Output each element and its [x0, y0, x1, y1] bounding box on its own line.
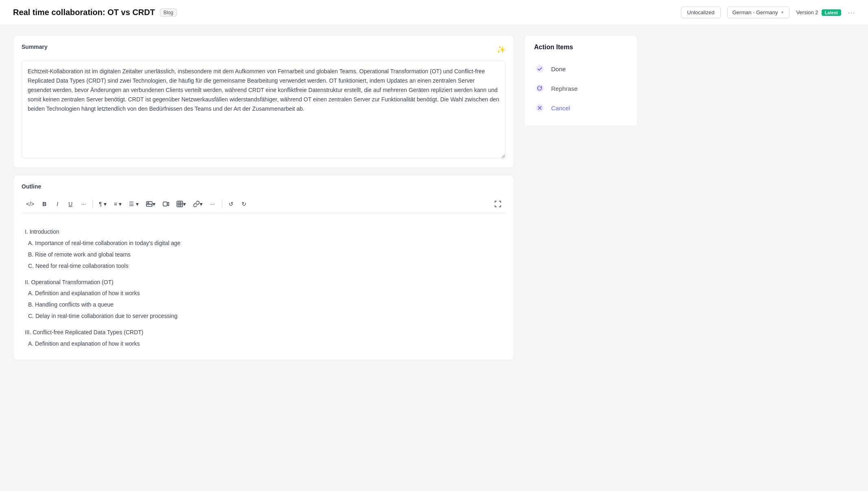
- undo-button[interactable]: ↺: [225, 199, 237, 209]
- outline-card: Outline </> B I U ··· ¶ ▾ ≡ ▾ ☰ ▾ ▾: [13, 175, 514, 360]
- done-label: Done: [551, 66, 566, 72]
- cancel-icon: [534, 102, 545, 114]
- summary-title: Summary: [22, 44, 48, 50]
- cancel-label: Cancel: [551, 105, 570, 112]
- outline-item-IIB: B. Handling conflicts with a queue: [25, 300, 502, 310]
- action-items-title: Action Items: [534, 44, 628, 51]
- fullscreen-button[interactable]: [492, 199, 504, 209]
- toolbar-divider-2: [222, 200, 222, 208]
- summary-card: Summary ✨: [13, 35, 514, 168]
- latest-badge: Latest: [822, 9, 841, 16]
- language-label: German - Germany: [733, 9, 778, 15]
- svg-point-8: [536, 65, 544, 73]
- svg-point-9: [536, 84, 544, 92]
- more-text-button[interactable]: ···: [78, 199, 89, 209]
- svg-rect-3: [177, 201, 183, 207]
- editor-toolbar: </> B I U ··· ¶ ▾ ≡ ▾ ☰ ▾ ▾: [22, 195, 506, 213]
- redo-button[interactable]: ↻: [238, 199, 250, 209]
- outline-item-IIA: A. Definition and explanation of how it …: [25, 288, 502, 299]
- code-button[interactable]: </>: [23, 199, 37, 209]
- language-selector[interactable]: German - Germany ▼: [727, 7, 790, 18]
- video-button[interactable]: [160, 199, 172, 209]
- link-button[interactable]: ▾: [190, 199, 205, 209]
- rephrase-icon: [534, 83, 545, 94]
- header-right: Unlocalized German - Germany ▼ Version 2…: [681, 7, 855, 18]
- more-options-button[interactable]: ···: [207, 199, 218, 209]
- version-info: Version 2 Latest: [796, 9, 841, 16]
- done-icon: [534, 63, 545, 75]
- outline-item-II: II. Operational Transformation (OT): [25, 277, 502, 288]
- svg-rect-2: [163, 202, 167, 206]
- action-items-card: Action Items Done: [524, 35, 638, 126]
- outline-content: I. Introduction A. Importance of real-ti…: [22, 219, 506, 352]
- summary-header: Summary ✨: [22, 44, 506, 56]
- action-item-done[interactable]: Done: [534, 59, 628, 79]
- paragraph-button[interactable]: ¶ ▾: [96, 199, 109, 209]
- underline-button[interactable]: U: [65, 199, 76, 209]
- header-left: Real time collaboration: OT vs CRDT Blog: [13, 8, 177, 17]
- toolbar-divider-1: [92, 200, 93, 208]
- page-title: Real time collaboration: OT vs CRDT: [13, 8, 155, 17]
- version-label: Version 2: [796, 9, 818, 15]
- left-column: Summary ✨ Outline </> B I U ··· ¶ ▾ ≡ ▾ …: [13, 35, 514, 360]
- outline-item-IB: B. Rise of remote work and global teams: [25, 250, 502, 260]
- header: Real time collaboration: OT vs CRDT Blog…: [0, 0, 868, 25]
- align-button[interactable]: ≡ ▾: [111, 199, 124, 209]
- main-content: Summary ✨ Outline </> B I U ··· ¶ ▾ ≡ ▾ …: [0, 25, 651, 370]
- summary-textarea[interactable]: [22, 61, 506, 158]
- outline-item-III: III. Conflict-free Replicated Data Types…: [25, 327, 502, 338]
- right-column: Action Items Done: [524, 35, 638, 360]
- italic-button[interactable]: I: [52, 199, 63, 209]
- rephrase-label: Rephrase: [551, 85, 578, 92]
- list-button[interactable]: ☰ ▾: [126, 199, 142, 209]
- outline-item-IIC: C. Delay in real-time collaboration due …: [25, 311, 502, 322]
- image-button[interactable]: ▾: [143, 199, 158, 209]
- action-item-rephrase[interactable]: Rephrase: [534, 79, 628, 98]
- outline-item-IIIA: A. Definition and explanation of how it …: [25, 339, 502, 349]
- outline-item-IC: C. Need for real-time collaboration tool…: [25, 261, 502, 272]
- action-item-cancel[interactable]: Cancel: [534, 98, 628, 118]
- more-options-icon[interactable]: ⋯: [848, 8, 855, 17]
- outline-title: Outline: [22, 183, 506, 190]
- outline-item-I: I. Introduction: [25, 227, 502, 237]
- table-button[interactable]: ▾: [174, 199, 189, 209]
- unlocalized-button[interactable]: Unlocalized: [681, 7, 720, 18]
- magic-icon[interactable]: ✨: [497, 45, 506, 54]
- chevron-down-icon: ▼: [780, 10, 784, 15]
- outline-item-IA: A. Importance of real-time collaboration…: [25, 238, 502, 249]
- blog-badge: Blog: [160, 9, 177, 17]
- bold-button[interactable]: B: [39, 199, 50, 209]
